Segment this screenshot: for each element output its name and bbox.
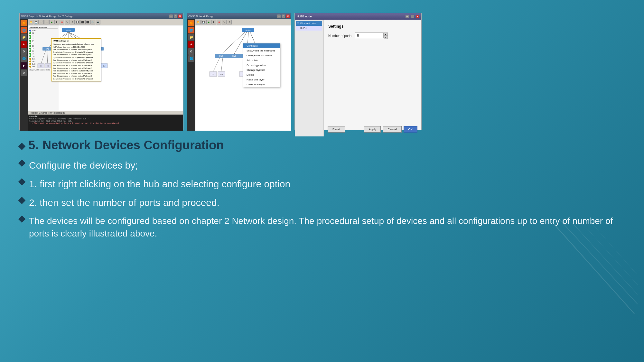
win3-ports-row: Number of ports: ▲ ▼ [328,32,417,39]
win2-files-icon[interactable]: 📁 [188,34,194,41]
section-title-diamond [18,143,26,150]
ubuntu-net-icon[interactable]: 🌐 [21,55,27,62]
tb-undo-icon[interactable]: ↩ [39,20,44,24]
hub-tip-line14: 0 packets in /0 packets out (0 bytes in … [53,78,99,80]
win3-close-btn[interactable]: ✕ [416,15,419,18]
tb-start-icon[interactable]: ▶ [49,20,54,24]
win2-app-icon[interactable]: ⚙ [188,48,194,55]
hub-tip-line7: Port 3 is connected to ethernet switch S… [53,59,99,61]
win2-tb-reload[interactable]: ↻ [222,20,227,24]
win2-minimize-btn[interactable]: ─ [277,14,281,18]
win3-ports-label: Number of ports: [328,34,352,38]
win3-settings-title: Settings [328,24,417,29]
win3-titlebar: HUB1 node ─ □ ✕ [295,13,421,20]
sw2-c1-line [41,51,46,64]
bullet-item-2: 1. first right clicking on the hub and s… [19,177,625,191]
hub-tip-line10: Port 5 is connected to ethernet switch S… [53,67,99,70]
apply-button[interactable]: Apply [364,126,381,133]
tb-save-icon[interactable]: 💾 [34,20,39,24]
tb-reload-icon[interactable]: ↻ [65,20,70,24]
tb-capture-icon[interactable]: 📷 [96,20,100,24]
win2-tb-save[interactable]: 💾 [201,20,206,24]
win1-minimize-btn[interactable]: ─ [169,14,173,18]
win2-maximize-btn[interactable]: □ [282,14,285,18]
win3-maximize-btn[interactable]: □ [411,15,414,18]
win3-spin-up[interactable]: ▲ [384,33,387,36]
section-title-row: 5. Network Devices Configuration [19,138,625,152]
hub1-label-w2: HUB1 [246,29,251,31]
ctx-change-hostname[interactable]: Change the hostname [243,53,280,58]
tb-stop-icon[interactable]: ■ [60,20,64,24]
sw2-c2-line [47,51,48,64]
win2-net-icon[interactable]: 🌐 [188,55,194,62]
tb-open-icon[interactable]: 📂 [29,20,33,24]
nav-hub1-label: HUB1 [300,27,307,30]
ctx-lower-layer[interactable]: Lower one layer [243,82,280,87]
bullet-item-3: 2. then set the number of ports and proc… [19,196,625,209]
sw1-c8-l [221,58,223,72]
tb-pause-icon[interactable]: ⏸ [54,20,59,24]
c8-label: C8 [220,73,223,75]
hub-tip-line6: 0 packets in /0 packets out (0 bytes in … [53,56,99,59]
bullet-item-4: The devices will be configured based on … [19,215,625,240]
win1-left-sidebar: 🔶 🌐 📁 A ⚙ 🌐 ▶ ⚙ [20,19,28,131]
ubuntu-term-icon[interactable]: ▶ [21,62,27,69]
win2-close-btn[interactable]: ✕ [286,14,290,18]
ubuntu-home-icon[interactable]: 🔶 [21,20,27,26]
win1-body: 🔶 🌐 📁 A ⚙ 🌐 ▶ ⚙ 📂 💾 ↩ ↪ ▶ ⏸ ■ ↻ [20,19,183,131]
win2-main: 📂 💾 ▶ ⏸ ■ ↻ ⚙ HUB1 [195,19,291,131]
ok-button[interactable]: OK [404,126,418,133]
tb-hub-icon[interactable]: ⬛ [85,20,90,24]
win3-title-text: HUB1 node [297,15,312,18]
win1-content-area: HUB1 SW2 SW1 [28,25,183,115]
win1-maximize-btn[interactable]: □ [174,14,177,18]
win3-minimize-btn[interactable]: ─ [406,15,409,18]
nav-hub1[interactable]: HUB1 [296,26,322,31]
hub-tip-line4: 0 packets in /0 packets out (0 bytes in … [53,51,99,53]
ubuntu-files-icon[interactable]: 📁 [21,34,27,41]
win1-close-btn[interactable]: ✕ [178,14,182,18]
ctx-add-link[interactable]: Add a link [243,58,280,63]
ctx-configure[interactable]: Configure [243,43,280,48]
ctx-show-hide[interactable]: Show/Hide the hostname [243,48,280,53]
win2-tb-start[interactable]: ▶ [206,20,211,24]
win2-text-icon[interactable]: A [188,41,194,48]
content-area: 5. Network Devices Configuration Configu… [0,132,644,251]
win2-tb-pause[interactable]: ⏸ [211,20,216,24]
win2-ff-icon[interactable]: 🌐 [188,27,194,33]
tb-link-icon[interactable]: 🔗 [90,20,95,24]
sw1-c7-l [213,58,219,72]
win1-topology-canvas: HUB1 SW2 SW1 [28,25,151,115]
reset-button[interactable]: Reset [328,126,345,133]
tb-switch-icon[interactable]: ⬛ [80,20,85,24]
ubuntu-firefox-icon[interactable]: 🌐 [21,27,27,33]
window-hub1-config: HUB1 node ─ □ ✕ ▼ Ethernet hubs HUB1 Set… [294,13,422,130]
win3-ports-input[interactable] [355,32,384,38]
ubuntu-settings-icon[interactable]: ⚙ [21,70,27,76]
status-text: Topology Graphic View (landscape) [29,112,65,114]
win2-tb-open[interactable]: 📂 [196,20,201,24]
ctx-delete[interactable]: Delete [243,72,280,77]
ctx-set-hypervisor[interactable]: Set an hypervisor [243,63,280,68]
tb-redo-icon[interactable]: ↪ [44,20,49,24]
nav-ethernet-hubs[interactable]: ▼ Ethernet hubs [296,21,322,26]
ctx-raise-layer[interactable]: Raise one layer [243,77,280,82]
tb-router-icon[interactable]: 🔲 [75,20,80,24]
console-line3: --- Sink must be connected or have a hyp… [29,122,182,124]
window-gns3-context: GNS3 Network Design ─ □ ✕ 🔶 🌐 📁 A ⚙ 🌐 📂 … [187,13,291,130]
win2-left-sidebar: 🔶 🌐 📁 A ⚙ 🌐 [187,19,195,131]
cancel-button[interactable]: Cancel [383,126,401,133]
status-bar: Topology Graphic View (landscape) [28,111,183,115]
screenshots-row: GNS3 Project - Network Design for IT Col… [0,0,644,129]
win3-spin-down[interactable]: ▼ [384,36,387,39]
ubuntu-app-icon[interactable]: ⚙ [21,48,27,55]
ubuntu-text-icon[interactable]: A [21,41,27,48]
win2-tb-stop[interactable]: ■ [217,20,221,24]
win2-tb-settings[interactable]: ⚙ [227,20,232,24]
win3-spin-btns: ▲ ▼ [384,32,388,39]
hub-tooltip: HUB1 is always on Hardware: a dynamic em… [51,38,101,81]
ctx-change-symbol[interactable]: Change Symbol [243,68,280,72]
sw2-label: SW2 [46,48,49,50]
win2-home-icon[interactable]: 🔶 [188,20,194,26]
tb-settings-icon[interactable]: ⚙ [70,20,75,24]
